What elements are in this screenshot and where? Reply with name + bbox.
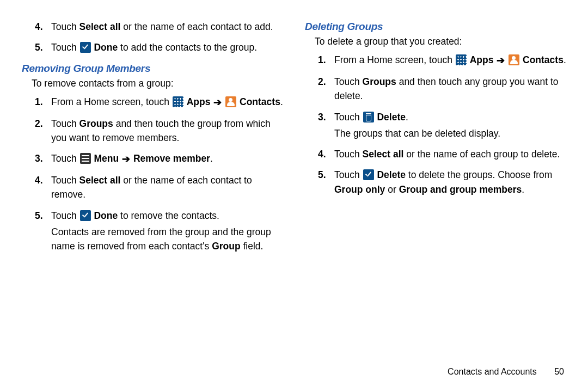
prev-steps: 4. Touch Select all or the name of each … — [35, 16, 283, 58]
bold: Select all — [79, 21, 121, 32]
step-item: 4. Touch Select all or the name of each … — [35, 170, 283, 205]
text: . — [522, 184, 524, 195]
steps-list: 1. From a Home screen, touch Apps ➔ Cont… — [318, 50, 566, 200]
result-text: The groups that can be deleted display. — [334, 126, 566, 140]
step-item: 1. From a Home screen, touch Apps ➔ Cont… — [318, 50, 566, 71]
bold: Select all — [79, 175, 121, 186]
bold: Groups — [79, 118, 113, 129]
text: . — [210, 153, 213, 164]
step-number: 1. — [35, 95, 43, 109]
text: or the name of each contact to add. — [120, 21, 273, 32]
section-heading: Deleting Groups — [305, 21, 566, 33]
step-number: 5. — [35, 40, 43, 54]
arrow-icon: ➔ — [121, 152, 131, 167]
check-icon — [80, 210, 91, 221]
step-number: 4. — [35, 20, 43, 34]
text: From a Home screen, touch — [334, 54, 455, 65]
step-item: 1. From a Home screen, touch Apps ➔ Cont… — [35, 91, 283, 113]
step-number: 2. — [35, 117, 43, 131]
bold: Group — [212, 241, 241, 252]
text: field. — [241, 241, 264, 252]
text: Touch — [51, 118, 79, 129]
step-number: 5. — [35, 209, 43, 223]
left-column: 4. Touch Select all or the name of each … — [22, 16, 283, 256]
bold: Delete — [377, 112, 406, 122]
right-column: Deleting Groups To delete a group that y… — [305, 16, 566, 256]
page-number: 50 — [554, 367, 564, 377]
apps-icon — [173, 96, 183, 107]
text: to remove the contacts. — [118, 210, 219, 221]
bold: Remove member — [133, 153, 210, 164]
text: Touch — [51, 175, 79, 186]
bold: Delete — [377, 169, 406, 180]
bold: Apps — [187, 96, 211, 107]
step-number: 4. — [35, 173, 43, 187]
arrow-icon: ➔ — [213, 95, 222, 110]
step-item: 2. Touch Groups and then touch the group… — [35, 113, 283, 149]
bold: Group only — [334, 184, 385, 195]
bold: Groups — [363, 76, 396, 87]
text: or — [385, 184, 399, 195]
text: Touch — [334, 149, 363, 160]
result-text: Contacts are removed from the group and … — [51, 225, 283, 254]
step-item: 4. Touch Select all or the name of each … — [35, 16, 283, 37]
step-number: 1. — [318, 53, 326, 67]
bold: Menu — [94, 153, 119, 164]
text: Touch — [51, 210, 79, 221]
bold: Apps — [470, 54, 494, 65]
text: Touch — [334, 112, 363, 122]
apps-icon — [456, 54, 467, 65]
step-number: 3. — [318, 110, 326, 124]
bold: Contacts — [523, 54, 564, 65]
check-icon — [363, 169, 374, 180]
section-title: Contacts and Accounts — [448, 367, 537, 376]
step-item: 5. Touch Delete to delete the groups. Ch… — [318, 164, 566, 200]
text: . — [280, 96, 283, 107]
section-heading: Removing Group Members — [22, 63, 283, 75]
step-item: 5. Touch Done to remove the contacts. Co… — [35, 205, 283, 257]
contacts-icon — [509, 54, 519, 65]
text: Touch — [51, 153, 79, 164]
text: Touch — [334, 76, 363, 87]
text: or the name of each group to delete. — [403, 149, 560, 160]
bold: Select all — [363, 149, 404, 160]
intro-text: To delete a group that you created: — [315, 36, 566, 47]
text: Touch — [51, 21, 79, 32]
step-item: 4. Touch Select all or the name of each … — [318, 144, 566, 164]
menu-icon — [80, 153, 91, 164]
arrow-icon: ➔ — [496, 53, 505, 68]
step-item: 3. Touch Delete. The groups that can be … — [318, 107, 566, 144]
step-number: 2. — [318, 75, 326, 89]
trash-icon — [363, 112, 374, 122]
text: From a Home screen, touch — [51, 96, 172, 107]
text: to delete the groups. Choose from — [406, 169, 552, 180]
step-item: 5. Touch Done to add the contacts to the… — [35, 37, 283, 58]
page-body: 4. Touch Select all or the name of each … — [0, 0, 588, 256]
bold: Group and group members — [399, 184, 522, 195]
step-item: 3. Touch Menu ➔ Remove member. — [35, 148, 283, 170]
intro-text: To remove contacts from a group: — [32, 78, 283, 89]
step-item: 2. Touch Groups and then touch any group… — [318, 71, 566, 107]
bold: Done — [94, 42, 118, 53]
bold: Contacts — [240, 96, 280, 107]
contacts-icon — [225, 96, 236, 107]
steps-list: 1. From a Home screen, touch Apps ➔ Cont… — [35, 91, 283, 257]
check-icon — [80, 42, 91, 53]
step-number: 3. — [35, 151, 43, 166]
step-number: 4. — [318, 147, 326, 161]
page-footer: Contacts and Accounts 50 — [448, 367, 564, 377]
step-number: 5. — [318, 168, 326, 182]
text: . — [564, 54, 566, 65]
text: Touch — [51, 42, 79, 53]
text: Touch — [334, 169, 363, 180]
bold: Done — [94, 210, 118, 221]
text: . — [406, 112, 408, 122]
text: to add the contacts to the group. — [118, 42, 257, 53]
